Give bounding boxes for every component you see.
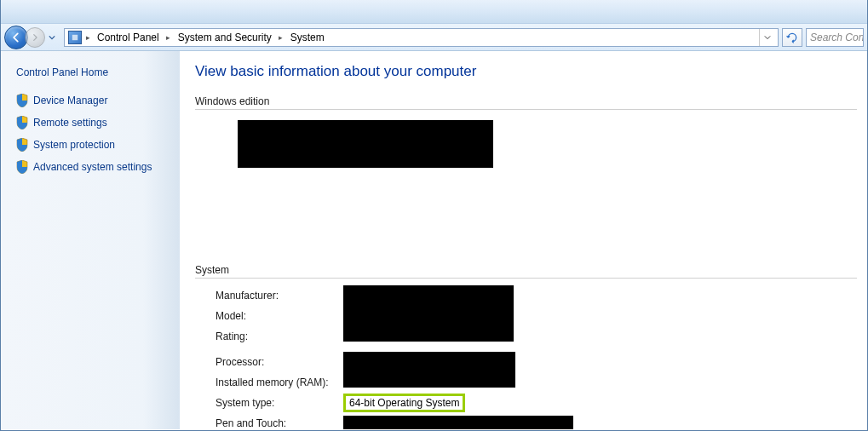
sidebar: Control Panel Home Device Manager Remote… — [1, 51, 180, 429]
search-placeholder: Search Cont — [810, 32, 864, 43]
label-model: Model: — [216, 310, 343, 322]
label-system-type: System type: — [216, 397, 343, 409]
sidebar-link-label: Remote settings — [33, 117, 107, 129]
redacted-block — [238, 120, 493, 168]
sidebar-link-system-protection[interactable]: System protection — [16, 138, 170, 152]
sidebar-link-remote-settings[interactable]: Remote settings — [16, 116, 170, 129]
shield-icon — [16, 94, 28, 107]
chevron-down-icon — [49, 34, 55, 41]
label-pen-touch: Pen and Touch: — [216, 417, 343, 429]
breadcrumb-label: System — [290, 32, 325, 43]
breadcrumb-separator[interactable]: ▸ — [277, 29, 285, 46]
control-panel-home-link[interactable]: Control Panel Home — [16, 66, 170, 78]
arrow-right-icon — [31, 33, 39, 42]
redacted-block — [343, 285, 514, 342]
label-processor: Processor: — [216, 356, 343, 368]
value-system-type: 64-bit Operating System — [343, 394, 465, 412]
nav-history-dropdown[interactable] — [47, 32, 57, 43]
breadcrumb-separator[interactable]: ▸ — [83, 29, 92, 46]
svg-rect-0 — [72, 34, 78, 39]
page-title: View basic information about your comput… — [195, 63, 857, 80]
breadcrumb-label: Control Panel — [97, 32, 159, 43]
main-panel: View basic information about your comput… — [180, 51, 867, 429]
row-manufacturer: Manufacturer: — [195, 285, 857, 306]
breadcrumb-system-security[interactable]: System and Security — [175, 29, 275, 46]
redacted-block — [343, 416, 573, 429]
breadcrumb-label: System and Security — [178, 32, 272, 43]
sidebar-link-label: System protection — [33, 139, 115, 151]
refresh-button[interactable] — [782, 28, 802, 47]
shield-icon — [16, 160, 28, 174]
label-manufacturer: Manufacturer: — [216, 290, 343, 302]
breadcrumb-system[interactable]: System — [287, 29, 328, 46]
toolbar: ▸ Control Panel ▸ System and Security ▸ … — [1, 24, 867, 51]
address-bar[interactable]: ▸ Control Panel ▸ System and Security ▸ … — [64, 28, 779, 47]
address-dropdown[interactable] — [759, 29, 774, 46]
nav-buttons — [4, 26, 60, 49]
row-rating: Rating: — [195, 326, 857, 347]
row-model: Model: — [195, 306, 857, 326]
sidebar-link-advanced-settings[interactable]: Advanced system settings — [16, 160, 170, 174]
search-input[interactable]: Search Cont — [806, 28, 864, 47]
redacted-block — [343, 352, 515, 388]
row-ram: Installed memory (RAM): — [195, 372, 857, 393]
breadcrumb-control-panel[interactable]: Control Panel — [94, 29, 163, 46]
forward-button[interactable] — [25, 27, 45, 48]
content-area: Control Panel Home Device Manager Remote… — [1, 51, 867, 429]
refresh-icon — [786, 32, 798, 43]
shield-icon — [16, 116, 28, 129]
row-processor: Processor: — [195, 352, 857, 372]
sidebar-link-label: Advanced system settings — [33, 161, 152, 173]
section-header-system: System — [195, 264, 857, 279]
arrow-left-icon — [10, 32, 22, 43]
control-panel-icon — [68, 31, 82, 44]
breadcrumb-separator[interactable]: ▸ — [164, 29, 173, 46]
sidebar-link-label: Device Manager — [33, 95, 107, 106]
label-rating: Rating: — [216, 330, 343, 342]
sidebar-link-device-manager[interactable]: Device Manager — [16, 94, 170, 107]
label-ram: Installed memory (RAM): — [216, 376, 343, 388]
chevron-down-icon — [764, 34, 771, 41]
window-titlebar — [1, 0, 867, 24]
row-pen-touch: Pen and Touch: — [195, 413, 857, 429]
section-header-windows-edition: Windows edition — [195, 95, 857, 110]
row-system-type: System type: 64-bit Operating System — [195, 393, 857, 413]
shield-icon — [16, 138, 28, 152]
